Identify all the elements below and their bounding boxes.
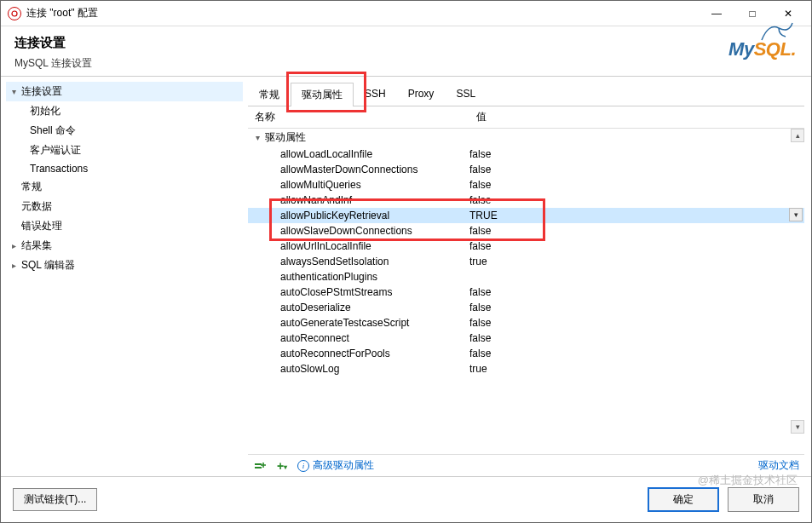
property-row[interactable]: autoGenerateTestcaseScriptfalse xyxy=(248,315,804,330)
add-row-icon[interactable]: +▾ xyxy=(275,459,289,473)
property-name: allowSlaveDownConnections xyxy=(251,225,469,237)
property-row[interactable]: autoReconnectfalse xyxy=(248,330,804,346)
sidebar-item[interactable]: 客户端认证 xyxy=(6,141,243,160)
col-header-value[interactable]: 值 xyxy=(469,106,804,128)
tab[interactable]: 驱动属性 xyxy=(291,83,354,106)
test-connection-button[interactable]: 测试链接(T)... xyxy=(13,488,97,511)
advanced-link[interactable]: i 高级驱动属性 xyxy=(297,458,374,473)
property-name: allowMasterDownConnections xyxy=(251,164,469,175)
property-name: autoReconnectForPools xyxy=(251,348,469,359)
property-name: authenticationPlugins xyxy=(251,271,469,283)
window-title: 连接 "root" 配置 xyxy=(26,6,704,20)
property-grid[interactable]: ▾ 驱动属性 allowLoadLocalInfilefalseallowMas… xyxy=(248,129,804,454)
tab-bar: 常规驱动属性SSHProxySSL xyxy=(248,82,804,106)
grid-header: 名称 值 xyxy=(248,106,804,129)
sidebar-item-label: Transactions xyxy=(30,163,88,175)
chevron-right-icon[interactable]: ▸ xyxy=(8,261,20,270)
app-icon xyxy=(8,7,21,20)
tab[interactable]: SSH xyxy=(354,83,397,106)
property-row[interactable]: allowMasterDownConnectionsfalse xyxy=(248,162,804,177)
cancel-button[interactable]: 取消 xyxy=(728,487,799,512)
property-row[interactable]: allowPublicKeyRetrievalTRUE▾ xyxy=(248,208,804,223)
tab[interactable]: SSL xyxy=(445,83,487,106)
sidebar-item-label: SQL 编辑器 xyxy=(21,258,75,273)
tab[interactable]: 常规 xyxy=(248,83,291,106)
property-value[interactable]: false xyxy=(469,302,801,313)
sidebar-item[interactable]: 常规 xyxy=(6,177,243,197)
property-row[interactable]: allowSlaveDownConnectionsfalse xyxy=(248,223,804,239)
body: ▾连接设置初始化Shell 命令客户端认证Transactions 常规 元数据… xyxy=(1,76,811,476)
sidebar-item[interactable]: Transactions xyxy=(6,160,243,177)
chevron-down-icon[interactable]: ▾ xyxy=(251,133,263,142)
page-subtitle: MySQL 连接设置 xyxy=(14,56,798,71)
sidebar-item-label: 元数据 xyxy=(21,199,52,214)
scrollbar[interactable]: ▴ ▾ xyxy=(791,129,804,454)
property-value[interactable]: false xyxy=(469,348,801,359)
sidebar-item-label: 结果集 xyxy=(21,239,52,253)
property-name: autoGenerateTestcaseScript xyxy=(251,317,469,329)
property-value[interactable]: false xyxy=(469,179,801,191)
scroll-up-icon[interactable]: ▴ xyxy=(791,129,804,142)
svg-point-0 xyxy=(12,11,17,16)
property-value[interactable]: false xyxy=(469,164,801,175)
sidebar-item-label: 客户端认证 xyxy=(30,143,81,158)
property-value[interactable]: false xyxy=(469,194,801,206)
sidebar-item[interactable]: ▾连接设置 xyxy=(6,82,243,101)
property-value[interactable]: false xyxy=(469,148,801,160)
property-value[interactable]: false xyxy=(469,286,801,298)
sidebar-item[interactable]: ▸SQL 编辑器 xyxy=(6,256,243,275)
chevron-right-icon[interactable]: ▸ xyxy=(8,241,20,250)
property-row[interactable]: allowUrlInLocalInfilefalse xyxy=(248,239,804,254)
sidebar-item[interactable]: 元数据 xyxy=(6,197,243,216)
grid-toolbar: +▾ i 高级驱动属性 驱动文档 xyxy=(248,454,804,476)
info-icon: i xyxy=(297,460,309,472)
property-row[interactable]: allowNanAndInffalse xyxy=(248,193,804,208)
driver-doc-link[interactable]: 驱动文档 xyxy=(758,458,799,473)
property-row[interactable]: alwaysSendSetIsolationtrue xyxy=(248,254,804,269)
sidebar-item[interactable]: 错误处理 xyxy=(6,216,243,236)
property-value[interactable]: TRUE xyxy=(469,210,801,221)
sidebar-item-label: 连接设置 xyxy=(21,84,62,99)
property-name: allowMultiQueries xyxy=(251,179,469,191)
sidebar-item-label: 初始化 xyxy=(30,104,60,118)
sidebar-item[interactable]: Shell 命令 xyxy=(6,121,243,141)
property-value[interactable]: false xyxy=(469,332,801,344)
property-value[interactable]: false xyxy=(469,240,801,252)
property-name: autoDeserialize xyxy=(251,302,469,313)
mysql-logo: MySQL. xyxy=(728,38,796,60)
page-title: 连接设置 xyxy=(14,35,798,51)
sidebar-item-label: 常规 xyxy=(21,180,42,194)
header: 连接设置 MySQL 连接设置 MySQL. xyxy=(1,26,811,76)
property-name: autoReconnect xyxy=(251,332,469,344)
tab[interactable]: Proxy xyxy=(397,83,446,106)
ok-button[interactable]: 确定 xyxy=(648,487,719,512)
sidebar-item[interactable]: ▸结果集 xyxy=(6,236,243,256)
minimize-button[interactable]: — xyxy=(704,5,729,22)
property-row[interactable]: authenticationPlugins xyxy=(248,269,804,284)
property-row[interactable]: autoDeserializefalse xyxy=(248,300,804,315)
dialog-window: 连接 "root" 配置 — □ ✕ 连接设置 MySQL 连接设置 MySQL… xyxy=(0,0,812,523)
property-row[interactable]: allowMultiQueriesfalse xyxy=(248,177,804,193)
property-row[interactable]: autoSlowLogtrue xyxy=(248,361,804,376)
group-label: 驱动属性 xyxy=(265,130,306,145)
chevron-down-icon[interactable]: ▾ xyxy=(8,87,20,96)
scroll-down-icon[interactable]: ▾ xyxy=(791,420,804,434)
sidebar-item-label: Shell 命令 xyxy=(30,124,76,138)
property-group[interactable]: ▾ 驱动属性 xyxy=(248,129,804,147)
property-value[interactable]: true xyxy=(469,256,801,267)
col-header-name[interactable]: 名称 xyxy=(248,106,469,128)
property-value[interactable]: true xyxy=(469,363,801,375)
property-row[interactable]: autoClosePStmtStreamsfalse xyxy=(248,284,804,300)
add-property-icon[interactable] xyxy=(253,459,267,473)
property-value[interactable]: false xyxy=(469,317,801,329)
property-name: alwaysSendSetIsolation xyxy=(251,256,469,267)
footer: 测试链接(T)... 确定 取消 xyxy=(1,476,811,522)
property-value[interactable]: false xyxy=(469,225,801,237)
sidebar-item-label: 错误处理 xyxy=(21,219,62,233)
sidebar-item[interactable]: 初始化 xyxy=(6,101,243,121)
main-panel: 常规驱动属性SSHProxySSL 名称 值 ▾ 驱动属性 allowLoadL… xyxy=(248,77,811,476)
property-row[interactable]: autoReconnectForPoolsfalse xyxy=(248,346,804,361)
property-row[interactable]: allowLoadLocalInfilefalse xyxy=(248,147,804,162)
property-name: autoClosePStmtStreams xyxy=(251,286,469,298)
property-name: allowUrlInLocalInfile xyxy=(251,240,469,252)
